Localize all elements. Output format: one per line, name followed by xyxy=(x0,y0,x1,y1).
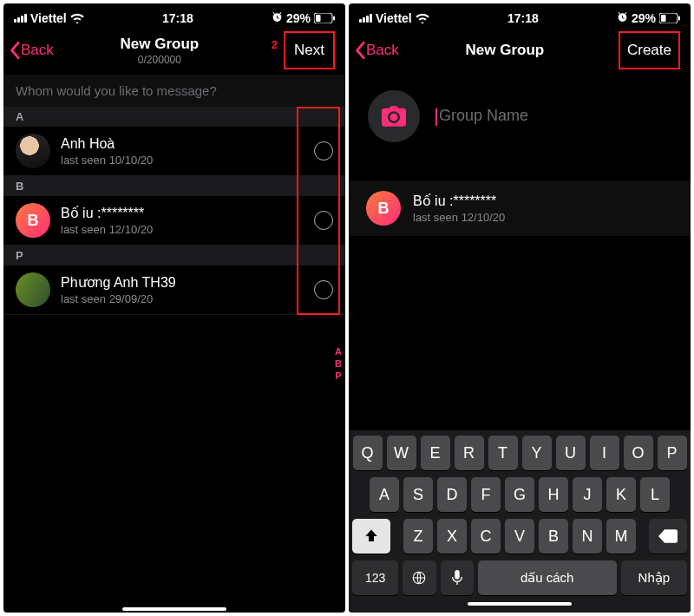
svg-rect-4 xyxy=(661,15,666,22)
key-h[interactable]: H xyxy=(539,477,568,512)
page-title: New Group xyxy=(121,36,200,53)
contact-lastseen: last seen 29/09/20 xyxy=(61,292,304,305)
clock-label: 17:18 xyxy=(162,11,193,25)
clock-label: 17:18 xyxy=(507,11,539,25)
contact-lastseen: last seen 10/10/20 xyxy=(61,154,304,167)
annotation-marker-2: 2 xyxy=(272,38,278,51)
carrier-label: Viettel xyxy=(30,11,67,25)
contact-row-bo-iu[interactable]: B Bố iu :******** last seen 12/10/20 xyxy=(3,196,345,246)
group-name-input[interactable]: Group Name xyxy=(435,107,671,125)
signal-icon xyxy=(359,14,372,23)
contact-row-anh-hoa[interactable]: Anh Hoà last seen 10/10/20 xyxy=(3,127,345,176)
numbers-key[interactable]: 123 xyxy=(352,560,398,595)
battery-icon xyxy=(659,13,680,23)
wifi-icon xyxy=(416,13,429,23)
key-t[interactable]: T xyxy=(488,436,518,470)
key-j[interactable]: J xyxy=(573,477,602,512)
key-e[interactable]: E xyxy=(421,436,450,470)
shift-key[interactable] xyxy=(352,519,390,554)
next-button[interactable]: Next xyxy=(284,31,335,69)
keyboard: QWERTYUIOP ASDFGHJKL ZXCVBNM 123 dấu các… xyxy=(349,430,691,613)
space-key[interactable]: dấu cách xyxy=(478,560,617,595)
signal-icon xyxy=(14,14,27,23)
key-p[interactable]: P xyxy=(658,436,687,470)
alarm-icon xyxy=(617,11,628,25)
home-indicator[interactable] xyxy=(122,607,226,611)
text-cursor xyxy=(435,108,437,126)
wifi-icon xyxy=(70,13,84,23)
page-title: New Group xyxy=(466,42,545,59)
select-radio[interactable] xyxy=(314,280,333,299)
status-bar: Viettel 17:18 29% xyxy=(3,3,345,28)
svg-rect-1 xyxy=(316,15,321,22)
battery-pct-label: 29% xyxy=(286,11,311,25)
status-bar: Viettel 17:18 29% xyxy=(349,3,691,28)
mic-key[interactable] xyxy=(441,560,474,595)
globe-key[interactable] xyxy=(403,560,435,595)
index-b[interactable]: B xyxy=(335,358,342,369)
select-radio[interactable] xyxy=(314,141,333,161)
alpha-index[interactable]: A B P xyxy=(335,346,342,381)
key-n[interactable]: N xyxy=(573,519,602,554)
group-name-placeholder: Group Name xyxy=(439,107,528,124)
key-y[interactable]: Y xyxy=(522,436,552,470)
avatar xyxy=(16,134,50,168)
key-z[interactable]: Z xyxy=(403,519,433,554)
member-name: Bố iu :******** xyxy=(413,193,673,209)
key-a[interactable]: A xyxy=(370,477,399,512)
svg-rect-5 xyxy=(678,16,680,21)
nav-bar: Back New Group Create xyxy=(349,28,691,75)
key-v[interactable]: V xyxy=(505,519,534,554)
key-x[interactable]: X xyxy=(437,519,467,554)
select-radio[interactable] xyxy=(314,211,333,230)
contact-row-phuong-anh[interactable]: Phương Anh TH39 last seen 29/09/20 xyxy=(3,265,345,315)
member-lastseen: last seen 12/10/20 xyxy=(413,211,673,224)
section-header-a: A xyxy=(3,107,345,127)
camera-icon xyxy=(382,106,406,127)
svg-rect-7 xyxy=(455,570,459,580)
screen-select-contacts: Viettel 17:18 29% Back New Group 0/20000… xyxy=(3,3,345,613)
back-label: Back xyxy=(21,42,54,59)
key-u[interactable]: U xyxy=(556,436,586,470)
key-f[interactable]: F xyxy=(471,477,501,512)
back-button[interactable]: Back xyxy=(354,41,399,60)
group-photo-button[interactable] xyxy=(368,90,420,142)
home-indicator[interactable] xyxy=(468,602,572,606)
key-o[interactable]: O xyxy=(624,436,653,470)
nav-bar: Back New Group 0/200000 2 Next xyxy=(3,28,345,75)
avatar xyxy=(16,272,50,307)
avatar: B xyxy=(366,191,401,226)
return-key[interactable]: Nhập xyxy=(621,560,687,595)
member-count: 0/200000 xyxy=(121,54,200,66)
key-r[interactable]: R xyxy=(455,436,484,470)
key-i[interactable]: I xyxy=(590,436,619,470)
create-button[interactable]: Create xyxy=(619,31,680,69)
contact-lastseen: last seen 12/10/20 xyxy=(61,223,304,236)
screen-name-group: Viettel 17:18 29% Back New Group Create xyxy=(349,3,691,613)
key-q[interactable]: Q xyxy=(353,436,383,470)
key-d[interactable]: D xyxy=(437,477,467,512)
search-placeholder: Whom would you like to message? xyxy=(16,83,217,98)
battery-icon xyxy=(314,13,335,23)
index-a[interactable]: A xyxy=(335,346,342,357)
back-label: Back xyxy=(366,42,399,59)
key-k[interactable]: K xyxy=(606,477,636,512)
key-w[interactable]: W xyxy=(387,436,416,470)
search-input[interactable]: Whom would you like to message? xyxy=(3,75,345,107)
contact-name: Anh Hoà xyxy=(61,136,304,152)
index-p[interactable]: P xyxy=(335,370,342,381)
avatar: B xyxy=(16,203,50,238)
carrier-label: Viettel xyxy=(376,11,412,25)
alarm-icon xyxy=(272,11,283,25)
back-button[interactable]: Back xyxy=(9,41,54,60)
key-m[interactable]: M xyxy=(606,519,636,554)
member-row[interactable]: B Bố iu :******** last seen 12/10/20 xyxy=(349,180,691,236)
key-s[interactable]: S xyxy=(403,477,433,512)
contact-name: Phương Anh TH39 xyxy=(61,274,304,291)
key-g[interactable]: G xyxy=(505,477,534,512)
key-b[interactable]: B xyxy=(539,519,568,554)
backspace-key[interactable] xyxy=(649,519,687,554)
contact-name: Bố iu :******** xyxy=(61,205,304,221)
key-c[interactable]: C xyxy=(471,519,501,554)
key-l[interactable]: L xyxy=(640,477,670,512)
